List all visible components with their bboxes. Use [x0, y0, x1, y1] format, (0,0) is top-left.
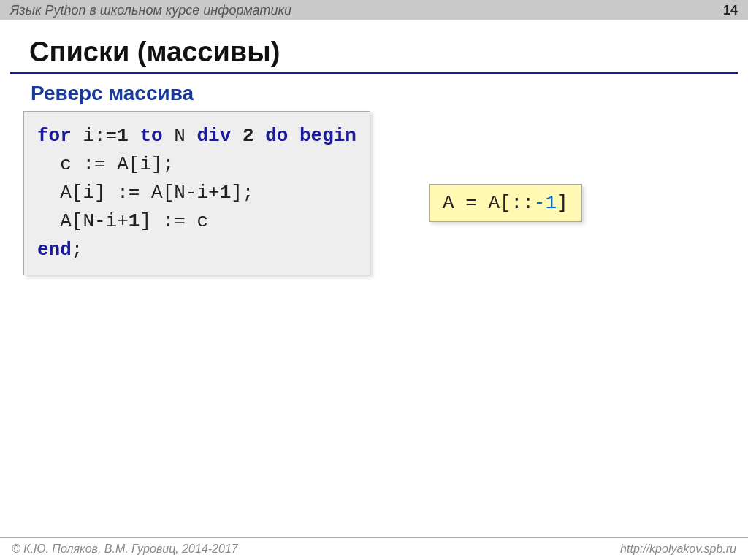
kw-to: to — [140, 125, 162, 147]
content-row: for i:=1 to N div 2 do begin c := A[i]; … — [23, 111, 748, 275]
pascal-code-box: for i:=1 to N div 2 do begin c := A[i]; … — [23, 111, 370, 275]
kw-begin: begin — [299, 125, 356, 147]
footer: © К.Ю. Поляков, В.М. Гуровиц, 2014-2017 … — [0, 537, 748, 560]
kw-div: div — [196, 125, 231, 147]
footer-url: http://kpolyakov.spb.ru — [620, 542, 736, 556]
title-underline — [10, 72, 738, 74]
kw-do: do — [265, 125, 288, 147]
slide-title: Списки (массивы) — [29, 37, 748, 68]
kw-end: end — [37, 239, 72, 261]
kw-for: for — [37, 125, 72, 147]
python-code-box: A = A[::-1] — [429, 184, 582, 222]
python-literal: -1 — [534, 192, 557, 214]
course-title: Язык Python в школьном курсе информатики — [10, 3, 291, 18]
footer-copyright: © К.Ю. Поляков, В.М. Гуровиц, 2014-2017 — [12, 542, 238, 556]
subtitle: Реверс массива — [31, 82, 748, 105]
header-bar: Язык Python в школьном курсе информатики… — [0, 0, 748, 20]
code-line-2: c := A[i]; — [37, 153, 174, 175]
page-number: 14 — [723, 3, 738, 18]
